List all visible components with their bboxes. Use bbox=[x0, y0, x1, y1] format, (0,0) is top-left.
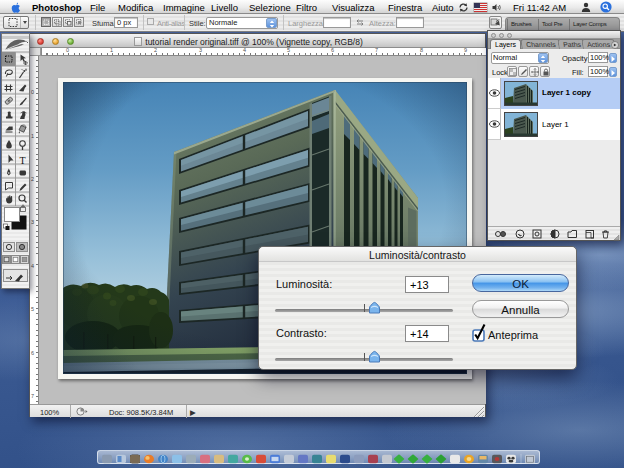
svg-text:T: T bbox=[20, 155, 26, 166]
